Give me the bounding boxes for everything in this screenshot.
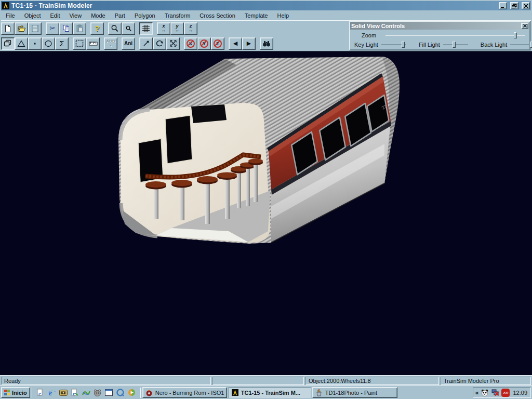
add-point-button[interactable]: ADD▪: [104, 37, 117, 50]
find-button[interactable]: [260, 37, 273, 50]
ati-tray-icon[interactable]: ATI: [501, 389, 510, 397]
menu-help[interactable]: Help: [272, 11, 294, 20]
windows-logo-icon: [4, 390, 10, 395]
lock-y-button[interactable]: Y: [197, 37, 211, 50]
mail-icon[interactable]: [59, 388, 68, 397]
start-label: Inicio: [12, 390, 27, 396]
svg-text:e: e: [73, 390, 75, 396]
circle-icon: [44, 40, 52, 47]
help-button[interactable]: ?: [90, 22, 104, 35]
lock-x-button[interactable]: X: [184, 37, 197, 50]
task-trainsim[interactable]: TC1-15 - TrainSim M...: [229, 387, 311, 398]
no-x-icon: X: [187, 39, 195, 48]
axis-x-button[interactable]: x↔: [157, 22, 170, 35]
new-button[interactable]: [1, 22, 15, 35]
back-light-slider[interactable]: [510, 41, 532, 48]
solid-view-controls-panel[interactable]: Solid View Controls Zoom Key Light Fill …: [349, 21, 530, 50]
add-icon: ADD▪: [106, 39, 115, 47]
menu-cross-section[interactable]: Cross Section: [195, 11, 240, 20]
task-paint[interactable]: TD1-18Photo - Paint: [312, 387, 397, 398]
task-nero[interactable]: Nero - Burning Rom - ISO1: [142, 387, 227, 398]
network-error-tray-icon[interactable]: [491, 389, 499, 397]
svc-title-bar[interactable]: Solid View Controls: [350, 22, 529, 30]
move-tool-button[interactable]: [139, 37, 153, 50]
triangle-icon: [17, 40, 25, 47]
select-region-button[interactable]: [73, 37, 86, 50]
copy-button[interactable]: [59, 22, 73, 35]
menu-edit[interactable]: Edit: [46, 11, 65, 20]
svg-text:e: e: [49, 389, 52, 397]
media-player-icon[interactable]: [127, 388, 137, 397]
zoom-slider-thumb[interactable]: [514, 32, 517, 38]
tray-clock[interactable]: 12:09: [512, 390, 527, 396]
application-window: TC1-15 - TrainSim Modeler File Object Ed…: [0, 0, 532, 399]
axis-z-button[interactable]: z↔: [184, 22, 197, 35]
ie-document-icon[interactable]: e: [36, 388, 45, 397]
winamp-icon[interactable]: [93, 388, 102, 397]
lock-z-button[interactable]: Z: [211, 37, 224, 50]
panda-tray-icon[interactable]: [481, 389, 489, 397]
triangle-tool-button[interactable]: [15, 37, 28, 50]
model-viewport[interactable]: 2X: [0, 51, 532, 375]
sigma-tool-button[interactable]: Σ: [55, 37, 69, 50]
grid-toggle-button[interactable]: [139, 22, 153, 35]
menu-template[interactable]: Template: [240, 11, 273, 20]
status-panel-2: [212, 377, 304, 385]
restore-button[interactable]: [510, 2, 518, 9]
paste-icon: [76, 24, 84, 32]
close-button[interactable]: [522, 2, 530, 9]
ani-icon: Ani: [124, 41, 132, 46]
zoom-slider-row: Zoom: [354, 31, 525, 40]
internet-explorer-icon[interactable]: e: [47, 388, 57, 397]
fill-light-slider[interactable]: [443, 41, 468, 48]
axis-x-icon: x↔: [162, 24, 166, 33]
ie-channels-icon[interactable]: e: [70, 388, 79, 397]
menu-object[interactable]: Object: [20, 11, 46, 20]
grid-icon: [142, 24, 150, 33]
taskbar-separator: [32, 388, 32, 398]
ruler-icon: [89, 41, 98, 47]
menu-part[interactable]: Part: [110, 11, 130, 20]
ruler-button[interactable]: [86, 37, 100, 50]
save-button[interactable]: [28, 22, 42, 35]
binoculars-icon: [262, 40, 271, 47]
scale-tool-button[interactable]: [166, 37, 180, 50]
tray-chevron-button[interactable]: «: [475, 389, 479, 396]
cut-button[interactable]: ✂: [46, 22, 59, 35]
open-button[interactable]: [15, 22, 28, 35]
zoom-in-button[interactable]: [108, 22, 122, 35]
select-object-button[interactable]: [1, 37, 15, 50]
svc-close-button[interactable]: [521, 23, 528, 29]
start-button[interactable]: Inicio: [1, 387, 30, 398]
task-label: TC1-15 - TrainSim M...: [241, 390, 300, 396]
point-tool-button[interactable]: [28, 37, 42, 50]
rotate-tool-button[interactable]: [153, 37, 166, 50]
show-desktop-icon[interactable]: [104, 388, 114, 397]
key-light-slider-thumb[interactable]: [402, 42, 405, 48]
fill-light-slider-thumb[interactable]: [453, 42, 456, 48]
title-bar[interactable]: TC1-15 - TrainSim Modeler: [1, 1, 531, 10]
next-button[interactable]: ▶: [242, 37, 256, 50]
circle-tool-button[interactable]: [42, 37, 55, 50]
zoom-out-button[interactable]: [122, 22, 135, 35]
key-light-slider[interactable]: [381, 41, 406, 48]
copy-icon: [62, 24, 70, 32]
menu-view[interactable]: View: [65, 11, 87, 20]
window-title: TC1-15 - TrainSim Modeler: [11, 2, 497, 9]
quicktime-icon[interactable]: [116, 388, 125, 397]
previous-icon: ◀: [233, 41, 237, 46]
menu-polygon[interactable]: Polygon: [130, 11, 160, 20]
next-icon: ▶: [247, 41, 251, 46]
menu-mode[interactable]: Mode: [86, 11, 110, 20]
previous-button[interactable]: ◀: [229, 37, 242, 50]
msn-icon[interactable]: [82, 388, 91, 397]
minimize-button[interactable]: [499, 2, 507, 9]
menu-transform[interactable]: Transform: [160, 11, 195, 20]
back-light-slider-thumb[interactable]: [530, 42, 532, 48]
paste-button[interactable]: [73, 22, 86, 35]
zoom-slider[interactable]: [385, 32, 525, 39]
animation-button[interactable]: Ani: [122, 37, 135, 50]
axis-y-button[interactable]: y↔: [170, 22, 184, 35]
menu-file[interactable]: File: [1, 11, 20, 20]
nero-icon: [145, 389, 153, 396]
